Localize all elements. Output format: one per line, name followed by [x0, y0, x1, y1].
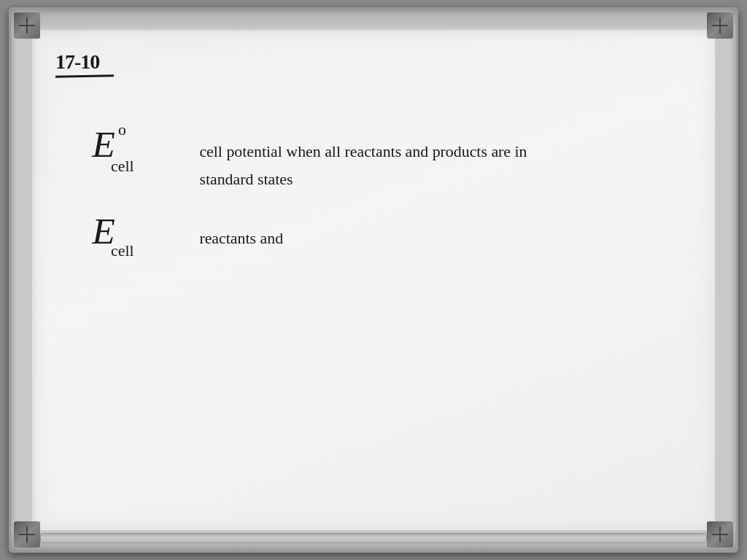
slide-number-underline: [55, 74, 114, 77]
definition-ecell: reactants and: [199, 230, 283, 247]
whiteboard-surface: 17-10 E o cell cell potential when all r…: [31, 28, 716, 532]
corner-top-left: [14, 12, 40, 39]
slide-number: 17-10: [55, 50, 99, 74]
e-symbol-2: E: [91, 210, 115, 252]
e-subscript-cell-1: cell: [111, 158, 134, 175]
marker-tray: [40, 533, 707, 543]
corner-top-right: [707, 12, 733, 39]
e-symbol-1: E: [91, 123, 115, 165]
corner-bottom-right: [707, 521, 733, 548]
definition-line1: cell potential when all reactants and pr…: [199, 143, 527, 160]
handwriting-layer: E o cell cell potential when all reactan…: [32, 30, 715, 530]
whiteboard-outer: 17-10 E o cell cell potential when all r…: [9, 7, 738, 553]
definition-line2: standard states: [199, 171, 293, 188]
e-superscript-o: o: [118, 121, 126, 139]
e-subscript-cell-2: cell: [111, 242, 134, 260]
corner-bottom-left: [14, 521, 40, 548]
